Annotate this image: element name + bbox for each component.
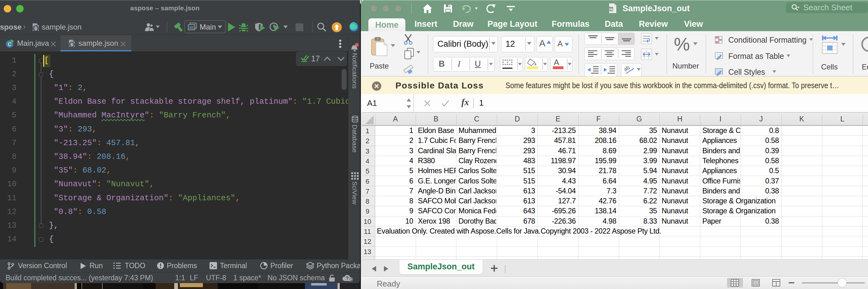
svg-text:?: ? [346,275,348,281]
svg-text:xa: xa [609,7,613,11]
svg-text:{}: {} [33,26,38,32]
svg-text:{}: {} [69,42,75,47]
